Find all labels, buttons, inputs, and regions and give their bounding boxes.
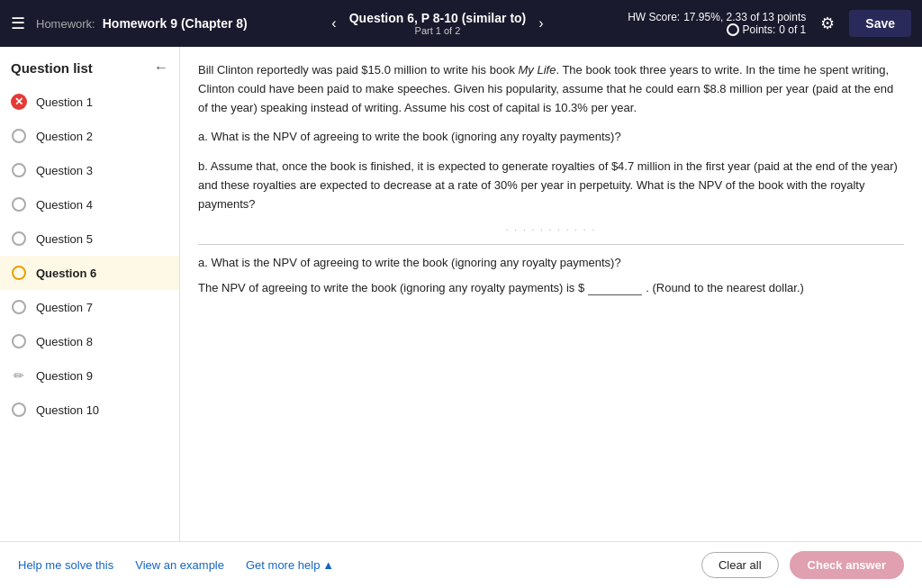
help-me-solve-link[interactable]: Help me solve this bbox=[18, 558, 113, 572]
question-9-label: Question 9 bbox=[36, 369, 93, 383]
question-6-icon bbox=[11, 265, 27, 281]
sub-a-text: a. What is the NPV of agreeing to write … bbox=[198, 256, 621, 269]
part-a-intro: a. What is the NPV of agreeing to write … bbox=[198, 128, 904, 147]
sidebar-item-question-9[interactable]: ✏ Question 9 bbox=[0, 358, 179, 393]
menu-icon[interactable]: ☰ bbox=[11, 14, 25, 33]
sub-question-a: a. What is the NPV of agreeing to write … bbox=[198, 254, 904, 273]
question-7-icon bbox=[11, 299, 27, 315]
header-right: HW Score: 17.95%, 2.33 of 13 points Poin… bbox=[628, 10, 911, 37]
get-more-help-icon: ▲ bbox=[322, 558, 334, 572]
points-line: Points: 0 of 1 bbox=[727, 23, 807, 36]
sidebar-item-question-5[interactable]: Question 5 bbox=[0, 222, 179, 256]
sidebar-item-question-7[interactable]: Question 7 bbox=[0, 290, 179, 324]
footer-left: Help me solve this View an example Get m… bbox=[18, 558, 701, 572]
question-7-label: Question 7 bbox=[36, 301, 93, 314]
footer: Help me solve this View an example Get m… bbox=[0, 541, 922, 588]
question-title: Question 6, P 8-10 (similar to) bbox=[349, 11, 527, 25]
points-value: 0 of 1 bbox=[779, 23, 806, 36]
check-answer-button[interactable]: Check answer bbox=[790, 551, 904, 579]
sidebar-item-question-1[interactable]: ✕ Question 1 bbox=[0, 85, 179, 119]
sidebar-header: Question list ← bbox=[0, 47, 179, 85]
prev-question-button[interactable]: ‹ bbox=[326, 14, 341, 33]
passage-text: Bill Clinton reportedly was paid $15.0 m… bbox=[198, 63, 893, 114]
question-2-icon bbox=[11, 128, 27, 144]
save-button[interactable]: Save bbox=[849, 10, 911, 37]
part-b-intro-text: b. Assume that, once the book is finishe… bbox=[198, 159, 898, 211]
question-3-icon bbox=[11, 162, 27, 178]
question-8-icon bbox=[11, 333, 27, 349]
hw-score-block: HW Score: 17.95%, 2.33 of 13 points Poin… bbox=[628, 11, 806, 36]
footer-right: Clear all Check answer bbox=[701, 551, 904, 579]
part-a-intro-text: a. What is the NPV of agreeing to write … bbox=[198, 130, 621, 143]
sidebar-item-question-6[interactable]: Question 6 bbox=[0, 256, 179, 290]
question-1-label: Question 1 bbox=[36, 95, 93, 109]
points-label: Points: bbox=[743, 23, 776, 36]
part-b-intro: b. Assume that, once the book is finishe… bbox=[198, 158, 904, 213]
question-10-icon bbox=[11, 402, 27, 418]
main-layout: Question list ← ✕ Question 1 Question 2 … bbox=[0, 47, 922, 541]
answer-input[interactable] bbox=[588, 279, 642, 295]
question-8-label: Question 8 bbox=[36, 335, 93, 348]
header-nav: ‹ Question 6, P 8-10 (similar to) Part 1… bbox=[326, 11, 548, 36]
answer-line: The NPV of agreeing to write the book (i… bbox=[198, 279, 904, 295]
question-passage: Bill Clinton reportedly was paid $15.0 m… bbox=[198, 61, 904, 117]
error-icon: ✕ bbox=[11, 94, 27, 110]
question-5-label: Question 5 bbox=[36, 232, 93, 246]
next-question-button[interactable]: › bbox=[533, 14, 548, 33]
sidebar: Question list ← ✕ Question 1 Question 2 … bbox=[0, 47, 180, 541]
sidebar-item-question-10[interactable]: Question 10 bbox=[0, 393, 179, 427]
question-5-icon bbox=[11, 231, 27, 247]
hw-score-label: HW Score: bbox=[628, 11, 680, 23]
question-6-label: Question 6 bbox=[36, 267, 96, 280]
question-part: Part 1 of 2 bbox=[349, 25, 527, 36]
question-10-label: Question 10 bbox=[36, 403, 99, 417]
question-1-icon: ✕ bbox=[11, 94, 27, 110]
homework-title: Homework 9 (Chapter 8) bbox=[103, 16, 248, 31]
hw-score-line: HW Score: 17.95%, 2.33 of 13 points bbox=[628, 11, 806, 23]
sidebar-item-question-2[interactable]: Question 2 bbox=[0, 119, 179, 153]
get-more-help-link[interactable]: Get more help ▲ bbox=[246, 558, 334, 572]
question-2-label: Question 2 bbox=[36, 130, 93, 143]
homework-label: Homework: bbox=[36, 17, 95, 31]
sidebar-item-question-4[interactable]: Question 4 bbox=[0, 187, 179, 222]
answer-suffix: . (Round to the nearest dollar.) bbox=[646, 281, 804, 294]
question-9-icon: ✏ bbox=[11, 367, 27, 384]
answer-prefix: The NPV of agreeing to write the book (i… bbox=[198, 281, 584, 294]
header: ☰ Homework: Homework 9 (Chapter 8) ‹ Que… bbox=[0, 0, 922, 47]
sidebar-item-question-3[interactable]: Question 3 bbox=[0, 153, 179, 187]
question-4-label: Question 4 bbox=[36, 198, 93, 212]
score-circle-icon bbox=[727, 23, 739, 36]
hw-score-value: 17.95%, 2.33 of 13 points bbox=[683, 11, 806, 23]
settings-button[interactable]: ⚙ bbox=[820, 14, 835, 33]
clear-all-button[interactable]: Clear all bbox=[701, 552, 779, 578]
pencil-icon: ✏ bbox=[14, 368, 24, 383]
sidebar-item-question-8[interactable]: Question 8 bbox=[0, 324, 179, 358]
get-more-help-text: Get more help bbox=[246, 558, 320, 572]
question-3-label: Question 3 bbox=[36, 164, 93, 177]
question-4-icon bbox=[11, 196, 27, 213]
view-example-link[interactable]: View an example bbox=[135, 558, 224, 572]
sidebar-collapse-button[interactable]: ← bbox=[154, 59, 168, 76]
content-area: Bill Clinton reportedly was paid $15.0 m… bbox=[180, 47, 922, 541]
section-divider bbox=[198, 244, 904, 245]
sidebar-title: Question list bbox=[11, 60, 93, 76]
header-center: ‹ Question 6, P 8-10 (similar to) Part 1… bbox=[255, 11, 620, 36]
dots-divider: · · · · · · · · · · · bbox=[198, 225, 904, 235]
